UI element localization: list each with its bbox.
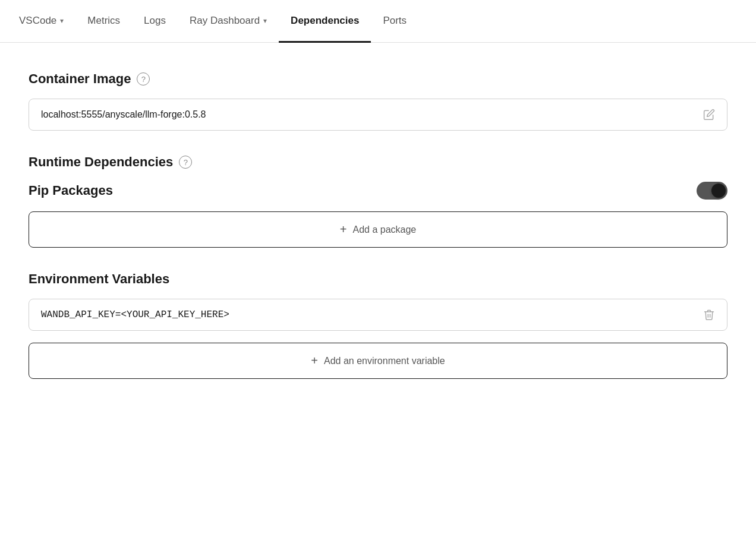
container-image-section: Container Image ? localhost:5555/anyscal… xyxy=(29,71,727,131)
container-image-title: Container Image xyxy=(29,71,131,87)
add-package-button[interactable]: + Add a package xyxy=(29,211,727,248)
nav-item-logs[interactable]: Logs xyxy=(132,1,178,43)
nav-item-dependencies[interactable]: Dependencies xyxy=(279,1,371,43)
nav-label-dependencies: Dependencies xyxy=(291,15,359,27)
toggle-track xyxy=(697,182,727,200)
nav-item-vscode[interactable]: VSCode ▾ xyxy=(19,1,75,43)
nav-item-metrics[interactable]: Metrics xyxy=(75,1,132,43)
trash-icon[interactable] xyxy=(703,309,715,321)
container-image-input-row: localhost:5555/anyscale/llm-forge:0.5.8 xyxy=(29,99,727,131)
nav-label-ports: Ports xyxy=(383,15,407,27)
nav-item-ray-dashboard[interactable]: Ray Dashboard ▾ xyxy=(178,1,279,43)
plus-icon: + xyxy=(311,354,318,368)
environment-variables-header: Environment Variables xyxy=(29,271,727,287)
add-env-var-label: Add an environment variable xyxy=(324,356,445,366)
add-env-var-button[interactable]: + Add an environment variable xyxy=(29,343,727,379)
runtime-dependencies-section: Runtime Dependencies ? Pip Packages + Ad… xyxy=(29,154,727,248)
nav-label-metrics: Metrics xyxy=(87,15,120,27)
nav-label-ray-dashboard: Ray Dashboard xyxy=(190,15,260,27)
nav-label-vscode: VSCode xyxy=(19,15,56,27)
add-package-label: Add a package xyxy=(352,224,416,235)
runtime-dependencies-title: Runtime Dependencies xyxy=(29,154,173,170)
nav-label-logs: Logs xyxy=(144,15,166,27)
env-var-row: WANDB_API_KEY=<YOUR_API_KEY_HERE> xyxy=(29,299,727,331)
runtime-dependencies-header: Runtime Dependencies ? xyxy=(29,154,727,170)
nav-item-ports[interactable]: Ports xyxy=(371,1,418,43)
main-content: Container Image ? localhost:5555/anyscal… xyxy=(0,43,756,431)
pip-packages-header: Pip Packages xyxy=(29,182,727,200)
pip-packages-toggle[interactable] xyxy=(697,182,727,200)
plus-icon: + xyxy=(340,223,347,236)
environment-variables-title: Environment Variables xyxy=(29,271,169,287)
environment-variables-section: Environment Variables WANDB_API_KEY=<YOU… xyxy=(29,271,727,379)
runtime-dependencies-help-icon[interactable]: ? xyxy=(179,156,192,169)
container-image-header: Container Image ? xyxy=(29,71,727,87)
toggle-thumb xyxy=(711,184,726,198)
pip-packages-subsection: Pip Packages + Add a package xyxy=(29,182,727,248)
pencil-icon[interactable] xyxy=(703,109,715,121)
container-image-value: localhost:5555/anyscale/llm-forge:0.5.8 xyxy=(41,109,703,120)
top-navigation: VSCode ▾ Metrics Logs Ray Dashboard ▾ De… xyxy=(0,0,756,43)
chevron-down-icon: ▾ xyxy=(263,17,267,25)
container-image-help-icon[interactable]: ? xyxy=(137,72,150,86)
env-var-value: WANDB_API_KEY=<YOUR_API_KEY_HERE> xyxy=(41,309,703,320)
pip-packages-title: Pip Packages xyxy=(29,183,113,198)
chevron-down-icon: ▾ xyxy=(60,17,64,25)
